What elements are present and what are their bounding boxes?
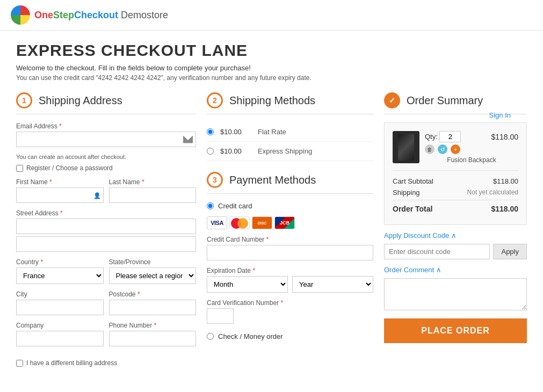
logo-checkout: Checkout xyxy=(74,10,118,20)
phone-input[interactable] xyxy=(109,331,197,346)
discount-input-row: Apply xyxy=(384,244,527,259)
card-number-group: Credit Card Number * xyxy=(207,236,373,260)
email-group: Email Address * xyxy=(16,122,196,147)
country-state-row: Country * France United States Germany S… xyxy=(16,258,196,291)
street-group: Street Address * xyxy=(16,209,196,252)
expiry-month-select[interactable]: Month 01020304 05060708 09101112 xyxy=(207,276,288,293)
visa-icon: VISA xyxy=(207,216,227,229)
expiry-year-select[interactable]: Year 2024202520262027 202820292030 xyxy=(292,276,373,293)
product-row: Qty: $118.00 🗑 ↺ + Fusion Backpack xyxy=(393,131,518,171)
qty-input[interactable] xyxy=(439,131,461,142)
header-section: EXPRESS CHECKOUT LANE Welcome to the che… xyxy=(16,41,527,82)
street-input-2[interactable] xyxy=(16,236,196,252)
first-name-input[interactable] xyxy=(16,187,104,203)
card-icons: VISA DISC JCB xyxy=(207,216,373,229)
order-total-value: $118.00 xyxy=(491,205,518,213)
order-total-row: Order Total $118.00 xyxy=(393,200,518,213)
company-input[interactable] xyxy=(16,331,104,346)
discount-input[interactable] xyxy=(384,244,490,259)
add-icon[interactable]: + xyxy=(451,144,460,154)
comment-chevron-icon: ∧ xyxy=(436,266,441,274)
sign-in-link[interactable]: Sign In xyxy=(489,111,511,119)
state-label: State/Province xyxy=(109,258,197,266)
credit-card-radio[interactable] xyxy=(207,202,214,209)
country-select[interactable]: France United States Germany xyxy=(16,267,104,284)
account-hint: You can create an account after checkout… xyxy=(16,154,196,160)
middle-col: 2 Shipping Methods $10.00 Flat Rate $10.… xyxy=(207,92,373,367)
check-radio[interactable] xyxy=(207,333,214,340)
order-summary-title: Order Summary xyxy=(407,95,483,107)
city-label: City xyxy=(16,291,104,298)
product-image xyxy=(393,131,419,163)
main-wrapper: Sign In EXPRESS CHECKOUT LANE Welcome to… xyxy=(0,31,543,392)
shipping-radio-express[interactable] xyxy=(207,148,214,155)
action-icons: 🗑 ↺ + xyxy=(425,144,518,154)
company-group: Company xyxy=(16,322,104,346)
street-label: Street Address * xyxy=(16,209,196,217)
shipping-option-express: $10.00 Express Shipping xyxy=(207,142,373,161)
country-group: Country * France United States Germany xyxy=(16,258,104,284)
check-label: Check / Money order xyxy=(218,332,283,340)
email-input[interactable] xyxy=(16,132,196,147)
qty-label: Qty: xyxy=(425,133,438,141)
comment-label: Order Comment xyxy=(384,266,434,274)
credit-card-option: Credit card xyxy=(207,202,373,210)
billing-checkbox-row: I have a different billing address xyxy=(16,359,196,367)
email-label: Email Address * xyxy=(16,122,196,130)
order-total-label: Order Total xyxy=(393,205,432,213)
refresh-icon[interactable]: ↺ xyxy=(438,144,447,154)
comment-textarea[interactable] xyxy=(384,278,527,310)
product-price: $118.00 xyxy=(491,133,518,141)
shipping-address-header: 1 Shipping Address xyxy=(16,92,196,114)
discover-icon: DISC xyxy=(252,216,272,229)
delete-icon[interactable]: 🗑 xyxy=(425,144,435,154)
cvv-label: Card Verification Number * xyxy=(207,299,373,307)
postcode-label: Postcode * xyxy=(109,291,197,298)
step-2-circle: 2 xyxy=(207,92,223,108)
street-input-1[interactable] xyxy=(16,219,196,234)
discount-section: Apply Discount Code ∧ Apply xyxy=(384,231,527,259)
last-name-group: Last Name * xyxy=(109,178,197,203)
register-checkbox-row: Register / Choose a password xyxy=(16,164,196,172)
apply-button[interactable]: Apply xyxy=(493,244,527,259)
last-name-input[interactable] xyxy=(109,187,197,203)
register-checkbox[interactable] xyxy=(16,165,23,172)
discount-toggle[interactable]: Apply Discount Code ∧ xyxy=(384,231,527,239)
step-1-circle: 1 xyxy=(16,92,32,108)
country-label: Country * xyxy=(16,258,104,266)
state-select[interactable]: Please select a region, st... xyxy=(109,267,197,284)
logo-icon xyxy=(11,5,30,25)
billing-checkbox[interactable] xyxy=(16,360,23,367)
cart-subtotal-value: $118.00 xyxy=(493,177,518,185)
expiry-label: Expiration Date * xyxy=(207,267,373,274)
cart-subtotal-row: Cart Subtotal $118.00 xyxy=(393,177,518,185)
check-option: Check / Money order xyxy=(207,332,373,340)
shipping-address-col: 1 Shipping Address Email Address * You c… xyxy=(16,92,196,367)
shipping-option-flat: $10.00 Flat Rate xyxy=(207,122,373,142)
logo-text: OneStepCheckout Demostore xyxy=(34,10,168,21)
discount-label: Apply Discount Code xyxy=(384,231,449,239)
place-order-button[interactable]: PLACE ORDER xyxy=(384,318,527,343)
shipping-value: Not yet calculated xyxy=(467,188,518,197)
register-label: Register / Choose a password xyxy=(26,164,113,172)
shipping-price-express: $10.00 xyxy=(220,147,258,155)
logo-step: Step xyxy=(53,10,74,20)
discount-chevron-icon: ∧ xyxy=(451,231,457,239)
product-details: Qty: $118.00 🗑 ↺ + Fusion Backpack xyxy=(425,131,518,164)
expiry-row: Month 01020304 05060708 09101112 Year 20… xyxy=(207,276,373,293)
qty-row: Qty: $118.00 xyxy=(425,131,518,142)
shipping-radio-flat[interactable] xyxy=(207,128,214,135)
last-name-label: Last Name * xyxy=(109,178,197,186)
card-number-input[interactable] xyxy=(207,245,373,260)
comment-toggle[interactable]: Order Comment ∧ xyxy=(384,266,527,274)
first-name-group: First Name * 👤 xyxy=(16,178,104,203)
shipping-methods-title: Shipping Methods xyxy=(229,95,315,107)
content-row: 1 Shipping Address Email Address * You c… xyxy=(16,92,527,367)
logo-demo: Demostore xyxy=(118,10,168,20)
cvv-input[interactable] xyxy=(207,308,234,324)
payment-methods-title: Payment Methods xyxy=(229,174,316,186)
city-input[interactable] xyxy=(16,300,104,315)
mastercard-icon xyxy=(229,216,250,229)
postcode-group: Postcode * xyxy=(109,291,197,315)
postcode-input[interactable] xyxy=(109,300,197,315)
